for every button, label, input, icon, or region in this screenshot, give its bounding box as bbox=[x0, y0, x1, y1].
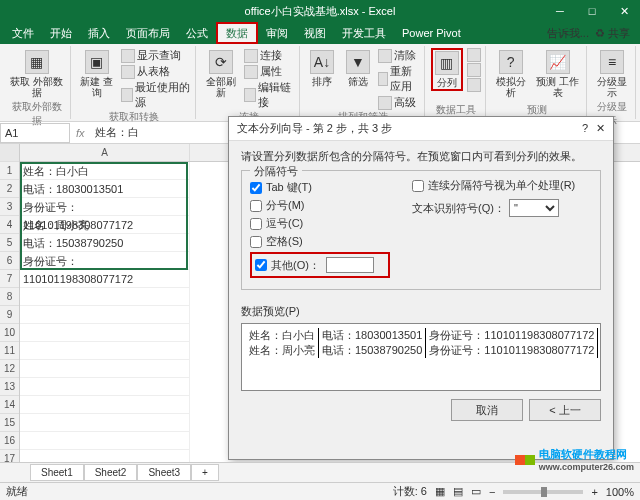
tab-formulas[interactable]: 公式 bbox=[178, 22, 216, 44]
show-queries[interactable]: 显示查询 bbox=[121, 48, 191, 63]
close-icon[interactable]: ✕ bbox=[608, 0, 640, 22]
view-normal-icon[interactable]: ▦ bbox=[435, 485, 445, 498]
outline-button[interactable]: ≡分级显示 bbox=[593, 48, 631, 100]
sheet-tab-2[interactable]: Sheet2 bbox=[84, 464, 138, 481]
zoom-slider[interactable] bbox=[503, 490, 583, 494]
formula-value[interactable]: 姓名：白 bbox=[91, 125, 143, 140]
help-icon[interactable]: ? bbox=[582, 122, 588, 135]
refresh-icon: ⟳ bbox=[209, 50, 233, 74]
sheet-tab-3[interactable]: Sheet3 bbox=[137, 464, 191, 481]
tab-insert[interactable]: 插入 bbox=[80, 22, 118, 44]
clear-filter[interactable]: 清除 bbox=[378, 48, 420, 63]
filter-button[interactable]: ▼筛选 bbox=[342, 48, 374, 89]
window-controls: ─ □ ✕ bbox=[544, 0, 640, 22]
dialog-instruction: 请设置分列数据所包含的分隔符号。在预览窗口内可看到分列的效果。 bbox=[241, 149, 601, 164]
name-box[interactable]: A1 bbox=[0, 123, 70, 143]
share-button[interactable]: ♻ 共享 bbox=[595, 26, 630, 41]
remove-dup-icon bbox=[467, 63, 481, 77]
window-title: office小白实战基地.xlsx - Excel bbox=[245, 4, 396, 19]
delimiter-space[interactable]: 空格(S) bbox=[250, 234, 592, 249]
tab-developer[interactable]: 开发工具 bbox=[334, 22, 394, 44]
sort-icon: A↓ bbox=[310, 50, 334, 74]
tab-home[interactable]: 开始 bbox=[42, 22, 80, 44]
tab-data[interactable]: 数据 bbox=[216, 22, 258, 44]
ribbon-tabs: 文件 开始 插入 页面布局 公式 数据 审阅 视图 开发工具 Power Piv… bbox=[0, 22, 640, 44]
connections[interactable]: 连接 bbox=[244, 48, 295, 63]
forecast-icon: 📈 bbox=[546, 50, 570, 74]
from-table[interactable]: 从表格 bbox=[121, 64, 191, 79]
tab-review[interactable]: 审阅 bbox=[258, 22, 296, 44]
text-to-columns-dialog: 文本分列向导 - 第 2 步，共 3 步 ?✕ 请设置分列数据所包含的分隔符号。… bbox=[228, 116, 614, 460]
whatif-button[interactable]: ?模拟分析 bbox=[492, 48, 530, 100]
view-layout-icon[interactable]: ▤ bbox=[453, 485, 463, 498]
sort-button[interactable]: A↓排序 bbox=[306, 48, 338, 89]
status-ready: 就绪 bbox=[6, 484, 28, 499]
row-headers: 123 456 789 101112 131415 1617 bbox=[0, 144, 20, 474]
windows-logo-icon bbox=[515, 455, 535, 465]
back-button[interactable]: < 上一 bbox=[529, 399, 601, 421]
delimiter-comma[interactable]: 逗号(C) bbox=[250, 216, 592, 231]
minimize-icon[interactable]: ─ bbox=[544, 0, 576, 22]
col-header-a[interactable]: A bbox=[20, 144, 190, 161]
filter-icon: ▼ bbox=[346, 50, 370, 74]
dialog-close-icon[interactable]: ✕ bbox=[596, 122, 605, 135]
consecutive-delimiters[interactable]: 连续分隔符号视为单个处理(R) bbox=[412, 178, 575, 193]
text-to-columns-button[interactable]: ▥分列 bbox=[431, 48, 463, 91]
tab-view[interactable]: 视图 bbox=[296, 22, 334, 44]
tell-me[interactable]: 告诉我... bbox=[547, 26, 589, 41]
maximize-icon[interactable]: □ bbox=[576, 0, 608, 22]
flash-fill-icon bbox=[467, 48, 481, 62]
refresh-all-button[interactable]: ⟳全部刷新 bbox=[202, 48, 240, 100]
columns-icon: ▥ bbox=[435, 51, 459, 75]
status-count: 计数: 6 bbox=[393, 484, 427, 499]
delimiter-other[interactable]: 其他(O)： bbox=[255, 258, 320, 273]
preview-pane: 姓名：白小白 电话：18030013501 身份证号：1101011983080… bbox=[241, 323, 601, 391]
status-bar: 就绪 计数: 6 ▦ ▤ ▭ − + 100% bbox=[0, 482, 640, 500]
zoom-level[interactable]: 100% bbox=[606, 486, 634, 498]
cancel-button[interactable]: 取消 bbox=[451, 399, 523, 421]
tab-layout[interactable]: 页面布局 bbox=[118, 22, 178, 44]
tab-powerpivot[interactable]: Power Pivot bbox=[394, 22, 469, 44]
query-icon: ▣ bbox=[85, 50, 109, 74]
advanced-filter[interactable]: 高级 bbox=[378, 95, 420, 110]
preview-label: 数据预览(P) bbox=[241, 304, 601, 319]
recent-sources[interactable]: 最近使用的源 bbox=[121, 80, 191, 110]
fx-icon[interactable]: fx bbox=[70, 127, 91, 139]
outline-icon: ≡ bbox=[600, 50, 624, 74]
sheet-tab-1[interactable]: Sheet1 bbox=[30, 464, 84, 481]
properties[interactable]: 属性 bbox=[244, 64, 295, 79]
add-sheet-button[interactable]: + bbox=[191, 464, 219, 481]
text-qualifier-select[interactable]: " bbox=[509, 199, 559, 217]
dialog-title: 文本分列向导 - 第 2 步，共 3 步 bbox=[237, 121, 392, 136]
title-bar: office小白实战基地.xlsx - Excel ─ □ ✕ bbox=[0, 0, 640, 22]
whatif-icon: ? bbox=[499, 50, 523, 74]
watermark: 电脑软硬件教程网 www.computer26.com bbox=[515, 447, 634, 472]
edit-links[interactable]: 编辑链接 bbox=[244, 80, 295, 110]
view-break-icon[interactable]: ▭ bbox=[471, 485, 481, 498]
get-external-data-button[interactable]: ▦获取 外部数据 bbox=[8, 48, 66, 100]
validation-icon bbox=[467, 78, 481, 92]
forecast-button[interactable]: 📈预测 工作表 bbox=[534, 48, 583, 100]
tab-file[interactable]: 文件 bbox=[4, 22, 42, 44]
new-query-button[interactable]: ▣新建 查询 bbox=[77, 48, 117, 100]
database-icon: ▦ bbox=[25, 50, 49, 74]
delimiter-other-input[interactable] bbox=[326, 257, 374, 273]
reapply[interactable]: 重新应用 bbox=[378, 64, 420, 94]
ribbon: ▦获取 外部数据 获取外部数据 ▣新建 查询 显示查询 从表格 最近使用的源 获… bbox=[0, 44, 640, 122]
